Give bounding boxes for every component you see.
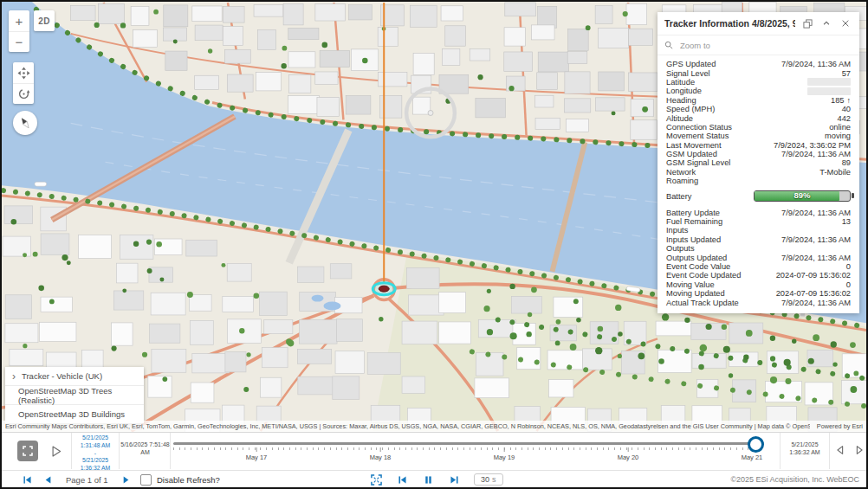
field-value: 7/9/2024, 11:36 AM bbox=[781, 254, 851, 262]
tracker-field-row: Last Movement 7/9/2024, 3:36:02 PM bbox=[666, 141, 851, 150]
step-back-icon bbox=[834, 444, 846, 456]
tracker-field-row: Signal Level 57 bbox=[666, 68, 851, 77]
page-status: Page 1 of 1 bbox=[66, 475, 108, 485]
field-value: T-Mobile bbox=[819, 168, 851, 177]
redacted-value-box bbox=[807, 78, 851, 86]
rotate-tool-button[interactable] bbox=[13, 83, 34, 104]
skip-end-icon bbox=[449, 474, 460, 486]
battery-percent: 89% bbox=[755, 190, 850, 200]
tracker-field-row: Longitude bbox=[666, 87, 851, 95]
tracker-field-row: Connection Status online bbox=[666, 123, 851, 132]
field-label: Heading bbox=[666, 96, 696, 105]
timeline-day-label: May 19 bbox=[494, 454, 515, 461]
tracker-field-row: Actual Track Update 7/9/2024, 11:36 AM bbox=[666, 298, 851, 306]
tracker-field-row: Battery Update 7/9/2024, 11:36 AM bbox=[666, 208, 851, 216]
field-label: Roaming bbox=[666, 177, 698, 185]
first-page-icon bbox=[22, 474, 33, 486]
search-icon bbox=[664, 41, 673, 49]
field-value: 7/9/2024, 11:36 AM bbox=[781, 209, 851, 217]
timeline-step-forward-button[interactable] bbox=[851, 441, 868, 459]
field-label: GSM Updated bbox=[666, 150, 717, 158]
field-value: 7/9/2024, 3:36:02 PM bbox=[774, 141, 851, 150]
timeline-current-window[interactable]: 5/21/2025 1:31:48 AM - 5/21/2025 1:36:32… bbox=[71, 433, 120, 469]
tracker-field-row: Network T-Mobile bbox=[666, 168, 851, 177]
field-label: Connection Status bbox=[666, 123, 732, 132]
close-button[interactable] bbox=[839, 16, 852, 30]
pan-tool-button[interactable] bbox=[13, 62, 34, 83]
zoom-to-input[interactable] bbox=[678, 40, 812, 51]
tracker-field-row: Event Code Updated 2024-07-09 15:36:02 bbox=[666, 271, 851, 280]
layer-list-item[interactable]: OpenStreetMap 3D Trees (Realistic) bbox=[5, 386, 144, 405]
tracker-field-row: Event Code Value 0 bbox=[666, 262, 851, 271]
step-forward-icon bbox=[853, 444, 865, 456]
toggle-2d-container: 2D bbox=[34, 10, 55, 31]
zoom-out-button[interactable]: − bbox=[9, 31, 29, 52]
window-separator: - bbox=[72, 450, 119, 458]
field-label: Actual Track Update bbox=[666, 299, 739, 307]
field-value: 442 bbox=[837, 114, 851, 123]
zoom-to-search bbox=[657, 35, 859, 55]
field-value: moving bbox=[825, 132, 851, 140]
field-label: Battery Update bbox=[666, 209, 720, 217]
compass-button[interactable] bbox=[13, 111, 37, 135]
pause-button[interactable] bbox=[422, 473, 435, 486]
timeline-step-back-button[interactable] bbox=[832, 441, 849, 459]
timeline-day-label: May 17 bbox=[246, 454, 268, 461]
field-label: Event Code Updated bbox=[666, 271, 741, 280]
tracker-field-row: Inputs bbox=[666, 226, 851, 235]
tracker-field-row: Roaming bbox=[666, 177, 851, 185]
tracker-field-row: GPS Updated 7/9/2024, 11:36 AM bbox=[666, 60, 851, 68]
panel-header: Tracker Information 4/8/2025, 9:49 AM bbox=[657, 12, 859, 35]
next-page-icon bbox=[120, 474, 132, 486]
field-label: Outputs bbox=[666, 244, 695, 253]
next-page-button[interactable] bbox=[120, 473, 133, 486]
field-label: Speed (MPH) bbox=[666, 105, 715, 113]
fit-extent-button[interactable] bbox=[370, 473, 383, 486]
field-value: 7/9/2024, 11:36 AM bbox=[781, 299, 851, 307]
refresh-interval-input[interactable]: 30 s bbox=[474, 473, 503, 486]
timeline-slider-handle[interactable] bbox=[748, 436, 764, 453]
interval-unit: s bbox=[492, 475, 496, 484]
navigation-control-group bbox=[13, 62, 34, 104]
interval-value: 30 bbox=[481, 475, 489, 484]
battery-gauge: 89% bbox=[754, 190, 851, 202]
toggle-2d-button[interactable]: 2D bbox=[34, 10, 55, 31]
disable-refresh-checkbox[interactable] bbox=[140, 474, 152, 486]
field-label: Inputs Updated bbox=[666, 235, 721, 244]
field-value: 2024-07-09 15:36:02 bbox=[776, 271, 851, 280]
field-label: Moving Updated bbox=[666, 289, 725, 298]
battery-row: Battery 89% bbox=[666, 189, 851, 203]
timeline-play-button[interactable] bbox=[45, 441, 66, 461]
tracker-location-highlight[interactable] bbox=[372, 283, 395, 295]
pause-icon bbox=[423, 474, 434, 486]
copyright-text: ©2025 ESi Acquisition, Inc. WebEOC bbox=[730, 471, 859, 488]
collapse-button[interactable] bbox=[819, 16, 833, 30]
expand-extent-icon bbox=[23, 446, 33, 456]
previous-page-button[interactable] bbox=[42, 473, 55, 486]
field-value: 0 bbox=[846, 262, 851, 271]
field-label: Altitude bbox=[666, 114, 693, 123]
battery-label: Battery bbox=[666, 192, 691, 201]
field-label: GSM Signal Level bbox=[666, 158, 730, 167]
field-label: GPS Updated bbox=[666, 60, 716, 68]
tracker-field-row: GSM Updated 7/9/2024, 11:36 AM bbox=[666, 150, 851, 158]
field-value: 0 bbox=[846, 280, 851, 289]
layer-list-item[interactable]: › Tracker - Vehicle (UK) bbox=[5, 367, 144, 386]
window-start-time: 5/21/2025 1:31:48 AM bbox=[72, 434, 119, 450]
layer-list-panel: › Tracker - Vehicle (UK) OpenStreetMap 3… bbox=[5, 367, 144, 423]
panel-rows: GPS Updated 7/9/2024, 11:36 AM Signal Le… bbox=[657, 55, 859, 313]
skip-to-end-button[interactable] bbox=[448, 473, 461, 486]
timeline-expand-button[interactable] bbox=[17, 441, 38, 461]
first-page-button[interactable] bbox=[21, 473, 34, 486]
field-label: Longitude bbox=[666, 87, 702, 95]
field-value: 40 bbox=[842, 105, 851, 113]
field-label: Outputs Updated bbox=[666, 254, 727, 262]
previous-page-icon bbox=[42, 474, 54, 486]
attribution-bar: Esri Community Maps Contributors, Esri U… bbox=[2, 421, 866, 432]
dock-button[interactable] bbox=[800, 16, 814, 30]
tracker-info-panel: Tracker Information 4/8/2025, 9:49 AM bbox=[657, 12, 859, 313]
skip-to-start-button[interactable] bbox=[396, 473, 409, 486]
pagination: Page 1 of 1 bbox=[21, 471, 153, 488]
skip-start-icon bbox=[397, 474, 408, 486]
zoom-in-button[interactable]: + bbox=[9, 10, 29, 31]
